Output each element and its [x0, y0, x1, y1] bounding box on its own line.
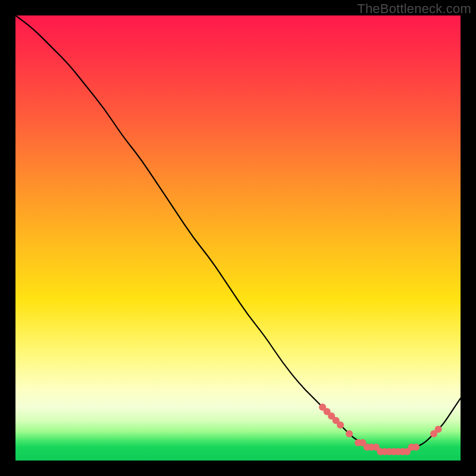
chart-frame	[12, 12, 464, 464]
data-marker	[412, 444, 419, 451]
data-marker	[337, 421, 344, 428]
marker-group	[319, 403, 442, 455]
data-marker	[346, 430, 353, 437]
bottleneck-curve	[15, 15, 461, 452]
data-marker	[435, 426, 442, 433]
chart-plot-area	[15, 15, 461, 461]
watermark-text: TheBottleneck.com	[357, 1, 471, 17]
chart-svg	[15, 15, 461, 461]
